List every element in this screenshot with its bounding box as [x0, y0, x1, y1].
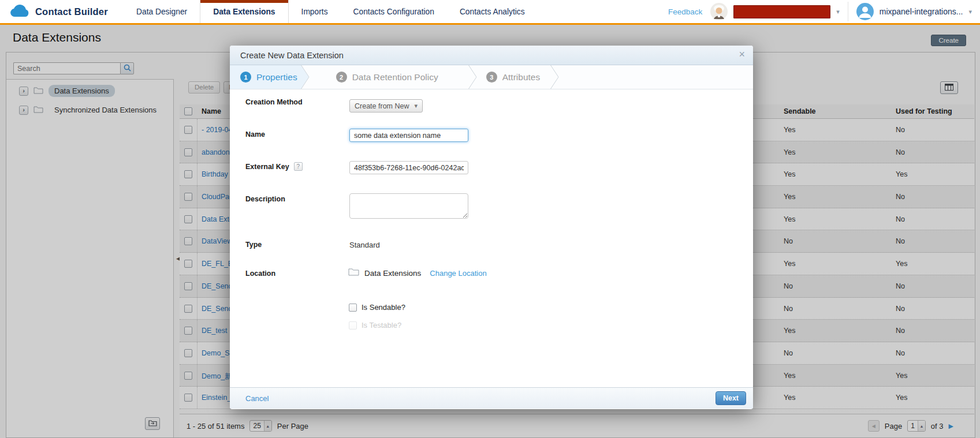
- description-label: Description: [245, 195, 285, 203]
- help-icon[interactable]: ?: [294, 162, 303, 171]
- external-key-input[interactable]: [349, 161, 468, 174]
- step-properties[interactable]: 1 Properties: [230, 65, 301, 89]
- nav-tab[interactable]: Imports: [289, 0, 341, 23]
- top-nav: Contact Builder Data DesignerData Extens…: [0, 0, 980, 25]
- einstein-avatar[interactable]: [710, 3, 728, 20]
- step-attributes[interactable]: 3 Attributes: [477, 65, 550, 89]
- creation-method-label: Creation Method: [245, 98, 303, 106]
- modal-footer: Cancel Next: [230, 387, 753, 409]
- nav-tabs: Data DesignerData ExtensionsImportsConta…: [124, 0, 538, 23]
- location-row: Data Extensions Change Location: [348, 268, 487, 278]
- step-label: Properties: [256, 72, 297, 83]
- chevron-down-icon[interactable]: ▾: [968, 9, 972, 15]
- is-testable-checkbox: [349, 321, 357, 330]
- step-number: 2: [336, 72, 347, 83]
- location-label: Location: [245, 269, 275, 278]
- nav-right-cluster: Feedback ▾ mixpanel-integrations... ▾: [668, 0, 980, 23]
- nav-tab[interactable]: Data Extensions: [200, 0, 288, 23]
- modal-header: Create New Data Extension ×: [230, 46, 753, 65]
- creation-method-dropdown[interactable]: Create from New ▾: [349, 99, 423, 113]
- step-label: Attributes: [502, 72, 540, 83]
- step-data-retention-policy[interactable]: 2 Data Retention Policy: [310, 65, 468, 89]
- next-button[interactable]: Next: [716, 391, 746, 405]
- folder-icon: [348, 268, 359, 278]
- page-content: Data Extensions Create › Data Extensions…: [0, 25, 980, 438]
- external-key-label-text: External Key: [245, 163, 289, 171]
- close-icon[interactable]: ×: [739, 49, 745, 59]
- app-brand[interactable]: Contact Builder: [0, 0, 124, 23]
- nav-tab[interactable]: Data Designer: [124, 0, 200, 23]
- is-sendable-label: Is Sendable?: [362, 303, 405, 312]
- type-value: Standard: [349, 241, 380, 249]
- create-data-extension-modal: Create New Data Extension × 1 Properties…: [230, 46, 753, 409]
- user-avatar-icon[interactable]: [856, 3, 874, 20]
- is-testable-label: Is Testable?: [362, 321, 401, 330]
- cancel-link[interactable]: Cancel: [245, 394, 269, 403]
- feedback-link[interactable]: Feedback: [668, 8, 702, 16]
- step-number: 1: [240, 72, 251, 83]
- app-title: Contact Builder: [35, 6, 108, 17]
- name-label: Name: [245, 130, 265, 138]
- creation-method-value: Create from New: [355, 102, 409, 110]
- change-location-link[interactable]: Change Location: [430, 269, 486, 278]
- is-testable-row: Is Testable?: [349, 321, 401, 330]
- nav-tab[interactable]: Contacts Analytics: [447, 0, 538, 23]
- name-input[interactable]: [349, 129, 468, 142]
- modal-body: Creation Method Create from New ▾ Name E…: [230, 89, 753, 387]
- external-key-label: External Key ?: [245, 162, 303, 171]
- step-number: 3: [486, 72, 497, 83]
- chevron-down-icon: ▾: [414, 103, 418, 109]
- nav-tab[interactable]: Contacts Configuration: [341, 0, 447, 23]
- is-sendable-checkbox[interactable]: [349, 304, 357, 312]
- location-value: Data Extensions: [364, 269, 421, 278]
- modal-title: Create New Data Extension: [240, 51, 344, 60]
- chevron-down-icon[interactable]: ▾: [836, 9, 840, 15]
- step-chevron-icon: [550, 65, 559, 89]
- wizard-steps: 1 Properties 2 Data Retention Policy 3 A…: [230, 65, 753, 89]
- step-chevron-icon: [468, 65, 477, 89]
- step-label: Data Retention Policy: [352, 72, 438, 83]
- type-label: Type: [245, 241, 262, 249]
- step-chevron-icon: [301, 65, 310, 89]
- nav-divider: [848, 2, 848, 21]
- account-name: mixpanel-integrations...: [880, 7, 963, 16]
- description-textarea[interactable]: [349, 193, 468, 219]
- salesforce-cloud-logo-icon: [9, 5, 30, 18]
- is-sendable-row: Is Sendable?: [349, 303, 405, 312]
- account-selector-redacted[interactable]: [733, 5, 830, 18]
